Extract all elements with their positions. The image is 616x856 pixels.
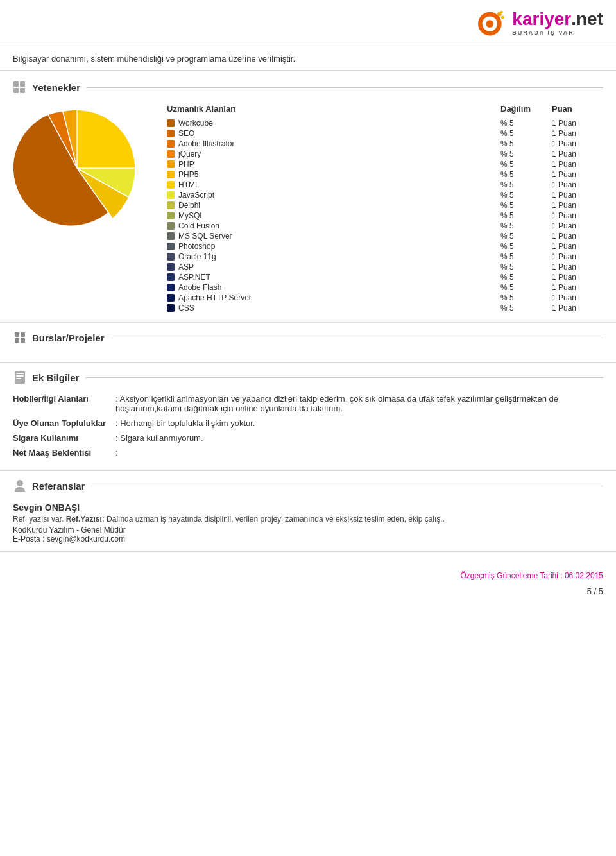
skill-name: Adobe Illustrator xyxy=(167,139,501,148)
yetenekler-divider xyxy=(87,87,603,88)
page-number: 5 / 5 xyxy=(587,586,603,596)
skill-pct: % 5 xyxy=(501,232,552,241)
ekbilgiler-value: : Aksiyon içerikli animasyonları ve yaba… xyxy=(116,394,603,413)
referanslar-section: Referanslar Sevgin ONBAŞI Ref. yazısı va… xyxy=(0,471,616,552)
burslar-title: Burslar/Projeler xyxy=(32,332,105,343)
skills-pie-chart xyxy=(13,104,141,232)
skill-name-text: PHP xyxy=(178,160,194,169)
intro-section: Bilgisayar donanımı, sistem mühendisliği… xyxy=(0,42,616,71)
skill-pct: % 5 xyxy=(501,201,552,210)
burslar-icon xyxy=(13,330,27,345)
skill-pct: % 5 xyxy=(501,150,552,158)
skill-row: HTML% 51 Puan xyxy=(167,180,603,189)
ekbilgiler-icon xyxy=(13,370,27,384)
ref-name: Sevgin ONBAŞI xyxy=(13,502,603,513)
referanslar-title: Referanslar xyxy=(32,481,85,492)
skill-name-text: Photoshop xyxy=(178,242,215,251)
yetenekler-title: Yetenekler xyxy=(32,82,80,93)
skill-row: jQuery% 51 Puan xyxy=(167,150,603,158)
skill-name: JavaScript xyxy=(167,191,501,200)
col-puan: Puan xyxy=(552,104,603,114)
skill-name-text: HTML xyxy=(178,180,200,189)
skill-pts: 1 Puan xyxy=(552,170,603,179)
skill-color-dot xyxy=(167,191,175,199)
ref-desc-text: Dalında uzman iş hayatında disiplinli, v… xyxy=(107,515,445,524)
skill-color-dot xyxy=(167,212,175,219)
ref-email: E-Posta : sevgin@kodkurdu.com xyxy=(13,535,603,544)
ekbilgiler-label: Hobiler/İlgi Alanları xyxy=(13,394,116,404)
skill-row: SEO% 51 Puan xyxy=(167,129,603,138)
ekbilgiler-section: Ek Bilgiler Hobiler/İlgi Alanları: Aksiy… xyxy=(0,363,616,471)
skill-pct: % 5 xyxy=(501,160,552,169)
ekbilgiler-value: : xyxy=(116,448,603,458)
ekbilgiler-divider xyxy=(85,377,603,378)
ekbilgiler-label: Üye Olunan Topluluklar xyxy=(13,418,116,428)
skill-pct: % 5 xyxy=(501,252,552,261)
skill-pct: % 5 xyxy=(501,273,552,282)
skill-name: Apache HTTP Server xyxy=(167,293,501,302)
skill-name-text: Oracle 11g xyxy=(178,252,216,261)
skill-pts: 1 Puan xyxy=(552,293,603,302)
skill-name: Adobe Flash xyxy=(167,283,501,292)
col-dagilim: Dağılım xyxy=(501,104,552,114)
skill-name-text: SEO xyxy=(178,129,194,138)
skill-color-dot xyxy=(167,171,175,178)
skill-pct: % 5 xyxy=(501,211,552,220)
ref-desc: Ref. yazısı var. Ref.Yazısı: Dalında uzm… xyxy=(13,515,603,524)
skill-color-dot xyxy=(167,304,175,312)
yetenekler-header: Yetenekler xyxy=(13,80,603,94)
skill-pts: 1 Puan xyxy=(552,232,603,241)
ekbilgiler-row: Hobiler/İlgi Alanları: Aksiyon içerikli … xyxy=(13,394,603,413)
skill-color-dot xyxy=(167,263,175,271)
skill-name: MySQL xyxy=(167,211,501,220)
skill-pts: 1 Puan xyxy=(552,150,603,158)
skill-pts: 1 Puan xyxy=(552,262,603,271)
skill-row: Adobe Illustrator% 51 Puan xyxy=(167,139,603,148)
svg-point-2 xyxy=(486,20,494,28)
skill-name: PHP5 xyxy=(167,170,501,179)
skill-pct: % 5 xyxy=(501,129,552,138)
skills-table: Uzmanlık Alanları Dağılım Puan Workcube%… xyxy=(167,104,603,312)
skill-pts: 1 Puan xyxy=(552,252,603,261)
burslar-section: Burslar/Projeler xyxy=(0,323,616,363)
skill-row: Adobe Flash% 51 Puan xyxy=(167,283,603,292)
skill-pts: 1 Puan xyxy=(552,180,603,189)
skill-pct: % 5 xyxy=(501,180,552,189)
skill-color-dot xyxy=(167,130,175,137)
referanslar-icon xyxy=(13,479,27,493)
skill-name: MS SQL Server xyxy=(167,232,501,241)
skill-color-dot xyxy=(167,160,175,168)
ekbilgiler-value: : Sigara kullanmıyorum. xyxy=(116,433,603,443)
svg-rect-8 xyxy=(13,88,19,93)
skill-row: CSS% 51 Puan xyxy=(167,304,603,312)
skill-name: Cold Fusion xyxy=(167,221,501,230)
skill-pct: % 5 xyxy=(501,304,552,312)
svg-rect-6 xyxy=(13,81,19,87)
skill-name-text: JavaScript xyxy=(178,191,214,200)
ref-content: Sevgin ONBAŞI Ref. yazısı var. Ref.Yazıs… xyxy=(13,502,603,544)
skill-row: Delphi% 51 Puan xyxy=(167,201,603,210)
col-uzmanlik: Uzmanlık Alanları xyxy=(167,104,501,114)
referanslar-header: Referanslar xyxy=(13,479,603,493)
skill-color-dot xyxy=(167,201,175,209)
ekbilgiler-row: Net Maaş Beklentisi: xyxy=(13,448,603,458)
skill-pts: 1 Puan xyxy=(552,304,603,312)
skill-color-dot xyxy=(167,294,175,302)
ekbilgiler-title: Ek Bilgiler xyxy=(32,372,79,383)
skill-color-dot xyxy=(167,284,175,291)
skill-name: Delphi xyxy=(167,201,501,210)
svg-rect-7 xyxy=(20,81,25,87)
skill-color-dot xyxy=(167,140,175,148)
skill-name-text: Workcube xyxy=(178,119,213,128)
ekbilgiler-row: Üye Olunan Topluluklar: Herhangi bir top… xyxy=(13,418,603,428)
skill-pts: 1 Puan xyxy=(552,221,603,230)
kariyer-logo-icon xyxy=(475,6,507,39)
svg-rect-9 xyxy=(20,88,25,93)
skill-pts: 1 Puan xyxy=(552,160,603,169)
skill-pts: 1 Puan xyxy=(552,201,603,210)
skill-row: MS SQL Server% 51 Puan xyxy=(167,232,603,241)
skills-table-header: Uzmanlık Alanları Dağılım Puan xyxy=(167,104,603,116)
skill-name-text: ASP xyxy=(178,262,194,271)
skill-name-text: jQuery xyxy=(178,150,201,158)
skill-name: ASP.NET xyxy=(167,273,501,282)
